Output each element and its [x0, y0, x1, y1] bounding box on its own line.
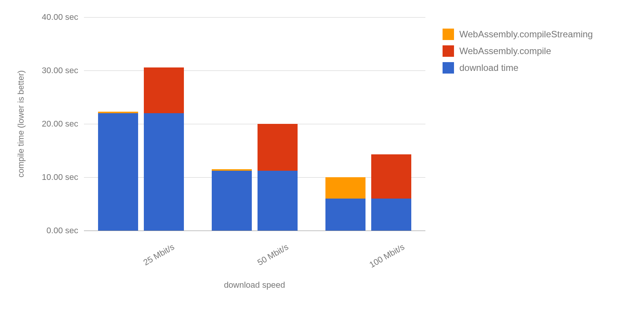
legend-item: WebAssembly.compile [443, 45, 593, 57]
legend-label: WebAssembly.compileStreaming [459, 29, 593, 40]
bar-segment [144, 113, 184, 231]
bar-group [312, 17, 425, 231]
legend-swatch [443, 29, 454, 40]
bar-segment [144, 67, 184, 113]
legend-item: download time [443, 62, 593, 74]
chart-container: compile time (lower is better) download … [0, 0, 644, 311]
y-tick-label: 0.00 sec [2, 226, 78, 236]
bar-group [84, 17, 198, 231]
y-tick-label: 30.00 sec [2, 66, 78, 75]
legend-label: WebAssembly.compile [459, 46, 551, 56]
legend-swatch [443, 62, 454, 74]
bar [325, 177, 365, 231]
bar [98, 112, 138, 231]
bar-segment [325, 177, 365, 199]
bar [144, 67, 184, 231]
bar-segment [258, 171, 298, 231]
legend-swatch [443, 45, 454, 57]
legend-label: download time [459, 63, 518, 73]
bar [212, 169, 252, 231]
bar-group [198, 17, 311, 231]
legend: WebAssembly.compileStreamingWebAssembly.… [443, 29, 593, 79]
bar [258, 124, 298, 231]
bar-segment [258, 124, 298, 171]
x-axis-title: download speed [224, 280, 285, 290]
bar-segment [371, 199, 411, 231]
y-tick-label: 20.00 sec [2, 119, 78, 129]
plot-area: 0.00 sec10.00 sec20.00 sec30.00 sec40.00… [84, 17, 425, 231]
x-tick-label: 50 Mbit/s [256, 242, 290, 268]
y-tick-label: 10.00 sec [2, 172, 78, 182]
bar-segment [371, 154, 411, 199]
bar-segment [98, 113, 138, 231]
bar-segment [212, 171, 252, 231]
x-tick-label: 100 Mbit/s [368, 242, 406, 270]
baseline [84, 231, 425, 231]
legend-item: WebAssembly.compileStreaming [443, 29, 593, 40]
y-tick-label: 40.00 sec [2, 12, 78, 22]
bar-segment [325, 199, 365, 231]
bar [371, 154, 411, 231]
x-tick-label: 25 Mbit/s [142, 242, 176, 268]
